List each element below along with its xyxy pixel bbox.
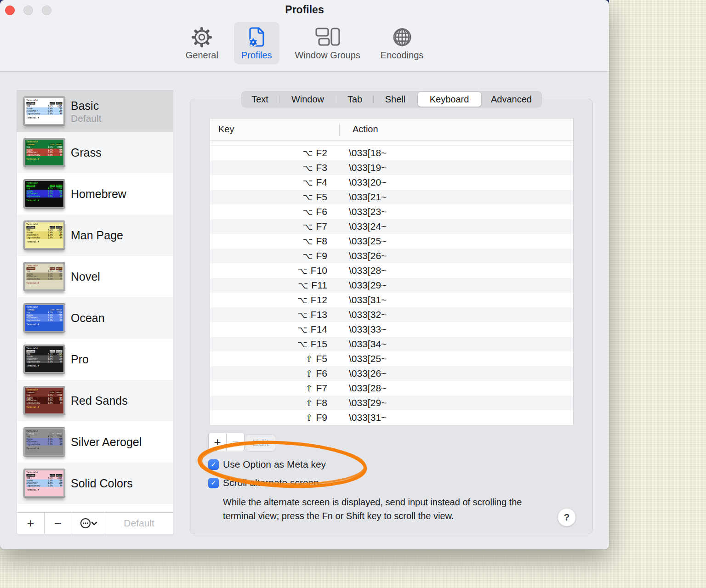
key-mapping-row[interactable]: ⇧F8 \033[29~ — [210, 396, 573, 410]
thumb-header-chips: COMMAND%CPURPRVT — [27, 226, 63, 229]
column-header-action[interactable]: Action — [340, 124, 378, 135]
terminal-preferences-window: Profiles — [0, 0, 609, 549]
key-mapping-row[interactable]: ⌥F8 \033[25~ — [210, 234, 573, 249]
tab-text[interactable]: Text — [241, 91, 279, 107]
thumb-header-chips: COMMAND%CPURPRVT — [27, 474, 63, 477]
key-mapping-row[interactable]: ⌥F2 \033[18~ — [210, 146, 573, 160]
key-cell: ⇧F7 — [210, 383, 340, 394]
terminal-thumbnail: Terminal# COMMAND%CPURPRVT top4.1%231KXc… — [24, 428, 65, 456]
modifier-key-icon: ⌥ — [303, 177, 313, 187]
modifier-key-icon: ⌥ — [303, 163, 313, 173]
thumb-header-chips: COMMAND%CPURPRVT — [27, 391, 63, 394]
thumb-header-chips: COMMAND%CPURPRVT — [27, 102, 63, 105]
thumb-title: Terminal# — [27, 223, 63, 226]
scroll-alternate-screen-checkbox-row: ✓ Scroll alternate screen — [208, 477, 319, 488]
modifier-key-icon: ⌥ — [303, 251, 313, 261]
tab-keyboard[interactable]: Keyboard — [418, 92, 481, 107]
key-mapping-row[interactable]: ⌥F14 \033[33~ — [210, 322, 573, 337]
add-key-mapping-button[interactable]: + — [208, 433, 227, 451]
profile-list-item-silver-aerogel[interactable]: Terminal# COMMAND%CPURPRVT top4.1%231KXc… — [17, 421, 173, 463]
checkbox-label[interactable]: Use Option as Meta key — [223, 459, 326, 470]
toolbar-item-profiles[interactable]: Profiles — [234, 22, 279, 64]
key-mapping-row[interactable]: ⌥F3 \033[19~ — [210, 160, 573, 175]
thumb-title: Terminal# — [27, 265, 63, 267]
edit-key-mapping-button[interactable]: Edit — [246, 434, 275, 452]
thumb-prompt: Terminal # — [27, 158, 63, 161]
column-header-key[interactable]: Key — [210, 123, 340, 136]
more-options-button[interactable] — [72, 513, 105, 534]
action-cell: \033[18~ — [340, 147, 387, 158]
terminal-thumbnail: Terminal# COMMAND%CPURPRVT top4.1%231KXc… — [24, 138, 65, 167]
modifier-key-icon: ⌥ — [303, 221, 313, 232]
key-mapping-row[interactable]: ⇧F7 \033[28~ — [210, 381, 573, 396]
profile-list-item-ocean[interactable]: Terminal# COMMAND%CPURPRVT top4.1%231KXc… — [17, 297, 173, 339]
set-default-button[interactable]: Default — [105, 513, 173, 534]
key-mapping-row[interactable]: ⌥F11 \033[29~ — [210, 278, 573, 293]
remove-key-mapping-button[interactable]: − — [226, 433, 245, 451]
key-mapping-row[interactable]: ⌥F6 \033[23~ — [210, 204, 573, 219]
action-cell: \033[29~ — [340, 397, 387, 408]
key-mapping-row[interactable]: ⌥F12 \033[31~ — [210, 293, 573, 307]
modifier-key-icon: ⇧ — [306, 383, 313, 393]
key-mapping-row[interactable]: ⇧F6 \033[26~ — [210, 366, 573, 381]
terminal-thumbnail: Terminal# COMMAND%CPURPRVT top4.1%231KXc… — [24, 304, 65, 332]
terminal-thumbnail: Terminal# COMMAND%CPURPRVT top4.1%231KXc… — [24, 262, 65, 291]
thumb-prompt: Terminal # — [27, 323, 63, 326]
profile-list-item-solid-colors[interactable]: Terminal# COMMAND%CPURPRVT top4.1%231KXc… — [17, 463, 173, 504]
toolbar-item-window-groups[interactable]: Window Groups — [290, 22, 365, 64]
thumb-header-chips: COMMAND%CPURPRVT — [27, 350, 63, 353]
tab-window[interactable]: Window — [279, 91, 337, 107]
key-mapping-row[interactable]: ⌥F4 \033[20~ — [210, 175, 573, 190]
action-cell: \033[28~ — [340, 383, 387, 394]
toolbar-item-general[interactable]: General — [181, 22, 223, 64]
key-mapping-row[interactable]: ⌥F7 \033[24~ — [210, 219, 573, 234]
sidebar-footer: + − Default — [17, 512, 173, 534]
window-groups-icon — [314, 25, 341, 49]
key-cell: ⌥F7 — [210, 221, 340, 232]
terminal-thumbnail: Terminal# COMMAND%CPURPRVT top4.1%231KXc… — [24, 345, 65, 373]
thumb-prompt: Terminal # — [27, 406, 63, 409]
profile-list-item-basic[interactable]: Terminal# COMMAND%CPURPRVT top4.1%231KXc… — [17, 90, 173, 132]
key-mapping-row[interactable]: ⌥F13 \033[32~ — [210, 307, 573, 322]
terminal-thumbnail: Terminal# COMMAND%CPURPRVT top4.1%231KXc… — [24, 469, 65, 498]
key-cell: ⌥F11 — [210, 280, 340, 291]
preferences-toolbar: General — [0, 22, 609, 68]
profile-list-item-red-sands[interactable]: Terminal# COMMAND%CPURPRVT top4.1%231KXc… — [17, 380, 173, 421]
checkbox-label[interactable]: Scroll alternate screen — [223, 477, 319, 488]
profile-list-item-man-page[interactable]: Terminal# COMMAND%CPURPRVT top4.1%231KXc… — [17, 215, 173, 256]
tab-shell[interactable]: Shell — [373, 91, 418, 107]
remove-profile-button[interactable]: − — [45, 513, 72, 534]
profile-name: Ocean — [71, 311, 105, 325]
profile-list-item-novel[interactable]: Terminal# COMMAND%CPURPRVT top4.1%231KXc… — [17, 256, 173, 297]
key-cell: ⇧F9 — [210, 412, 340, 423]
profile-list-item-pro[interactable]: Terminal# COMMAND%CPURPRVT top4.1%231KXc… — [17, 339, 173, 380]
add-profile-button[interactable]: + — [17, 513, 45, 534]
tab-tab[interactable]: Tab — [337, 91, 373, 107]
profile-list-item-homebrew[interactable]: Terminal# COMMAND%CPURPRVT top4.1%231KXc… — [17, 173, 173, 215]
key-mapping-row[interactable]: ⌥F9 \033[26~ — [210, 249, 573, 263]
modifier-key-icon: ⌥ — [303, 207, 313, 217]
checkbox-checked-icon[interactable]: ✓ — [208, 459, 219, 470]
toolbar-item-label: General — [186, 50, 218, 60]
tab-advanced[interactable]: Advanced — [481, 91, 542, 107]
modifier-key-icon: ⇧ — [306, 354, 313, 364]
modifier-key-icon: ⌥ — [298, 280, 308, 290]
key-mapping-row[interactable]: ⌥F10 \033[28~ — [210, 263, 573, 278]
toolbar-item-encodings[interactable]: Encodings — [376, 22, 428, 64]
globe-icon — [391, 25, 413, 49]
profile-name: Novel — [71, 270, 100, 283]
terminal-thumbnail: Terminal# COMMAND%CPURPRVT top4.1%231KXc… — [24, 386, 65, 415]
key-mapping-row[interactable]: ⇧F5 \033[25~ — [210, 351, 573, 366]
key-mapping-row[interactable]: ⌥F15 \033[34~ — [210, 337, 573, 351]
key-mapping-row[interactable]: ⌥F5 \033[21~ — [210, 190, 573, 204]
thumb-title: Terminal# — [27, 306, 63, 309]
modifier-key-icon: ⌥ — [297, 339, 307, 349]
terminal-thumbnail: Terminal# COMMAND%CPURPRVT top4.1%231KXc… — [24, 221, 65, 249]
checkbox-checked-icon[interactable]: ✓ — [208, 478, 219, 488]
action-cell: \033[31~ — [340, 294, 387, 305]
help-button[interactable]: ? — [558, 508, 576, 526]
profile-list-item-grass[interactable]: Terminal# COMMAND%CPURPRVT top4.1%231KXc… — [17, 132, 173, 173]
thumb-title: Terminal# — [27, 141, 63, 143]
profile-tabs: TextWindowTabShellKeyboardAdvanced — [241, 91, 542, 107]
key-mapping-row[interactable]: ⇧F9 \033[31~ — [210, 410, 573, 425]
